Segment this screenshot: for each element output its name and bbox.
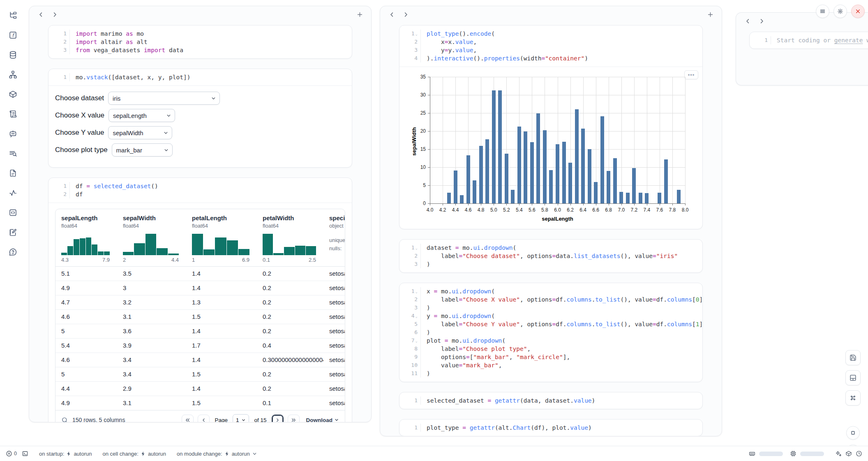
fold-chevron-icon[interactable]: ⌄ bbox=[416, 312, 418, 320]
code-line[interactable]: 4⌄y = mo.ui.dropdown( bbox=[399, 312, 702, 320]
on-cell-change-setting[interactable]: on cell change: autorun bbox=[102, 451, 166, 457]
download-button[interactable]: Download bbox=[306, 417, 339, 423]
next-page-button[interactable] bbox=[272, 415, 284, 423]
package-manager-icon[interactable] bbox=[845, 450, 852, 457]
activity-icon[interactable] bbox=[6, 186, 20, 200]
prev-page-button[interactable] bbox=[198, 415, 210, 423]
column-header[interactable]: speciesobjectunique:nulls: bbox=[323, 214, 345, 263]
code-line[interactable]: 3 y=y.value, bbox=[399, 46, 702, 54]
code-line[interactable]: 7⌄plot = mo.ui.dropdown( bbox=[399, 337, 702, 345]
code-editor[interactable]: 1import marimo as mo2import altair as al… bbox=[48, 25, 352, 58]
gear-icon[interactable] bbox=[833, 5, 847, 18]
code-line[interactable]: 1df = selected_dataset() bbox=[48, 182, 352, 190]
code-line[interactable]: 1⌄plot_type().encode( bbox=[399, 30, 702, 38]
column-header[interactable]: sepalLengthfloat644.37.9 bbox=[55, 214, 117, 263]
code-editor[interactable]: 1mo.vstack([dataset, x, y, plot]) bbox=[48, 69, 352, 85]
code-line[interactable]: 4).interactive().properties(width="conta… bbox=[399, 54, 702, 62]
last-page-button[interactable] bbox=[288, 415, 300, 423]
runtime-clock-icon[interactable] bbox=[856, 450, 862, 457]
shutdown-close-icon[interactable] bbox=[851, 5, 865, 18]
cell-xy-plot-dropdowns[interactable]: 1⌄x = mo.ui.dropdown(2 label="Choose X v… bbox=[399, 283, 703, 382]
page-select[interactable]: 1 bbox=[233, 414, 249, 422]
code-line[interactable]: 1Start coding or generate with bbox=[750, 36, 868, 44]
code-line[interactable]: 1plot_type = getattr(alt.Chart(df), plot… bbox=[399, 424, 702, 432]
file-tree-icon[interactable] bbox=[6, 8, 20, 22]
list-search-icon[interactable] bbox=[6, 146, 20, 160]
cell-dataset-dropdown[interactable]: 1⌄dataset = mo.ui.dropdown(2 label="Choo… bbox=[399, 239, 703, 273]
code-line[interactable]: 2 label="Choose X value", options=df.col… bbox=[399, 295, 702, 304]
dropdown-select[interactable]: sepalLength bbox=[108, 109, 175, 122]
cell-imports[interactable]: 1import marimo as mo2import altair as al… bbox=[48, 25, 352, 59]
code-line[interactable]: 1⌄dataset = mo.ui.dropdown( bbox=[399, 244, 702, 252]
command-shortcuts-icon[interactable] bbox=[845, 390, 861, 406]
cell-vstack[interactable]: 1mo.vstack([dataset, x, y, plot]) Choose… bbox=[48, 69, 352, 168]
dropdown-select[interactable]: sepalWidth bbox=[108, 126, 172, 139]
function-square-icon[interactable]: f bbox=[6, 28, 20, 42]
code-line[interactable]: 2df bbox=[48, 190, 352, 198]
scroll-icon[interactable] bbox=[6, 107, 20, 121]
fold-chevron-icon[interactable]: ⌄ bbox=[416, 30, 418, 38]
code-line[interactable]: 1⌄x = mo.ui.dropdown( bbox=[399, 287, 702, 295]
cell-plot-type[interactable]: 1plot_type = getattr(alt.Chart(df), plot… bbox=[399, 419, 703, 436]
chevron-left-icon[interactable] bbox=[386, 9, 397, 20]
chat-bot-icon[interactable] bbox=[6, 127, 20, 141]
column-header[interactable]: petalWidthfloat640.12.5 bbox=[257, 214, 323, 263]
file-text-icon[interactable] bbox=[6, 166, 20, 180]
fold-chevron-icon[interactable]: ⌄ bbox=[416, 288, 418, 296]
code-line[interactable]: 1import marimo as mo bbox=[48, 30, 352, 38]
save-icon[interactable] bbox=[845, 350, 861, 365]
chevron-left-icon[interactable] bbox=[35, 9, 46, 20]
code-line[interactable]: 2 x=x.value, bbox=[399, 38, 702, 46]
chevron-right-icon[interactable] bbox=[756, 15, 767, 27]
package-icon[interactable] bbox=[6, 87, 20, 101]
add-cell-icon[interactable] bbox=[704, 9, 716, 20]
sparkles-ai-icon[interactable] bbox=[835, 450, 842, 457]
code-editor[interactable]: 1⌄dataset = mo.ui.dropdown(2 label="Choo… bbox=[399, 240, 702, 272]
notebook-pen-icon[interactable] bbox=[6, 225, 20, 239]
code-editor[interactable]: 1plot_type = getattr(alt.Chart(df), plot… bbox=[399, 420, 702, 436]
search-icon[interactable] bbox=[61, 417, 68, 423]
dropdown-select[interactable]: iris bbox=[108, 92, 220, 105]
console-square-icon[interactable] bbox=[846, 426, 860, 440]
code-line[interactable]: 1mo.vstack([dataset, x, y, plot]) bbox=[48, 73, 352, 81]
vega-bar-chart[interactable]: 051015202530354.04.24.44.64.85.05.25.45.… bbox=[406, 71, 693, 224]
code-snippets-icon[interactable] bbox=[6, 205, 20, 219]
column-header[interactable]: sepalWidthfloat6424.4 bbox=[117, 214, 186, 263]
fold-chevron-icon[interactable]: ⌄ bbox=[416, 337, 418, 345]
code-editor[interactable]: 1df = selected_dataset()2df bbox=[48, 178, 352, 203]
menu-icon[interactable] bbox=[816, 5, 829, 18]
chevron-right-icon[interactable] bbox=[49, 9, 60, 20]
code-line[interactable]: 1selected_dataset = getattr(data, datase… bbox=[399, 396, 702, 405]
code-line[interactable]: 5 label="Choose Y value", options=df.col… bbox=[399, 320, 702, 328]
cell-selected-dataset[interactable]: 1selected_dataset = getattr(data, datase… bbox=[399, 392, 703, 409]
terminal-icon[interactable] bbox=[22, 450, 28, 457]
column-header[interactable]: petalLengthfloat6416.9 bbox=[186, 214, 257, 263]
dropdown-select[interactable]: mark_bar bbox=[112, 143, 173, 157]
fold-chevron-icon[interactable]: ⌄ bbox=[416, 244, 418, 252]
errors-indicator-icon[interactable]: 0 bbox=[6, 450, 17, 457]
chevron-right-icon[interactable] bbox=[400, 9, 411, 20]
chevron-left-icon[interactable] bbox=[742, 15, 753, 27]
code-editor[interactable]: 1selected_dataset = getattr(data, datase… bbox=[399, 392, 702, 409]
cell-plot[interactable]: 1⌄plot_type().encode(2 x=x.value,3 y=y.v… bbox=[399, 25, 703, 229]
code-line[interactable]: 3) bbox=[399, 304, 702, 312]
first-page-button[interactable] bbox=[182, 415, 194, 423]
code-editor-placeholder[interactable]: 1Start coding or generate with bbox=[750, 32, 868, 48]
code-line[interactable]: 3from vega_datasets import data bbox=[48, 46, 352, 54]
code-editor[interactable]: 1⌄x = mo.ui.dropdown(2 label="Choose X v… bbox=[399, 283, 702, 382]
code-line[interactable]: 8 label="Choose plot type", bbox=[399, 345, 702, 353]
cell-dataframe[interactable]: 1df = selected_dataset()2df sepalLengthf… bbox=[48, 177, 352, 422]
code-line[interactable]: 2import altair as alt bbox=[48, 38, 352, 46]
on-module-change-setting[interactable]: on module change: autorun bbox=[177, 451, 257, 457]
cell-scratch-empty[interactable]: 1Start coding or generate with bbox=[749, 32, 868, 49]
network-icon[interactable] bbox=[6, 67, 20, 81]
database-icon[interactable] bbox=[6, 48, 20, 62]
help-bubble-icon[interactable] bbox=[6, 245, 20, 259]
layout-panels-icon[interactable] bbox=[845, 370, 861, 385]
code-line[interactable]: 6) bbox=[399, 328, 702, 337]
code-line[interactable]: 10 value="mark_bar", bbox=[399, 361, 702, 369]
code-line[interactable]: 11) bbox=[399, 369, 702, 378]
code-line[interactable]: 9 options=["mark_bar", "mark_circle"], bbox=[399, 353, 702, 361]
code-editor[interactable]: 1⌄plot_type().encode(2 x=x.value,3 y=y.v… bbox=[399, 25, 702, 67]
on-startup-setting[interactable]: on startup: autorun bbox=[39, 451, 92, 457]
